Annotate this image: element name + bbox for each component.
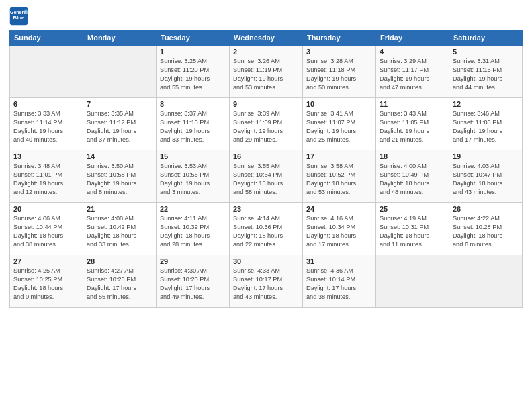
day-info: Sunrise: 3:55 AM Sunset: 10:54 PM Daylig… bbox=[233, 162, 299, 197]
day-info: Sunrise: 3:50 AM Sunset: 10:58 PM Daylig… bbox=[87, 162, 152, 197]
calendar-cell: 23Sunrise: 4:14 AM Sunset: 10:36 PM Dayl… bbox=[230, 203, 303, 255]
calendar-cell: 13Sunrise: 3:48 AM Sunset: 11:01 PM Dayl… bbox=[10, 150, 83, 203]
day-number: 1 bbox=[160, 48, 226, 56]
day-info: Sunrise: 4:30 AM Sunset: 10:20 PM Daylig… bbox=[160, 267, 226, 302]
day-number: 28 bbox=[87, 257, 152, 265]
logo-icon: General Blue bbox=[9, 7, 28, 26]
day-number: 30 bbox=[233, 257, 299, 265]
calendar-cell: 27Sunrise: 4:25 AM Sunset: 10:25 PM Dayl… bbox=[10, 255, 83, 308]
calendar-cell: 26Sunrise: 4:22 AM Sunset: 10:28 PM Dayl… bbox=[449, 203, 523, 255]
weekday-header: Saturday bbox=[449, 30, 523, 46]
calendar-week-row: 27Sunrise: 4:25 AM Sunset: 10:25 PM Dayl… bbox=[10, 255, 523, 308]
day-info: Sunrise: 4:16 AM Sunset: 10:34 PM Daylig… bbox=[306, 214, 372, 249]
day-number: 10 bbox=[306, 100, 372, 108]
calendar-week-row: 1Sunrise: 3:25 AM Sunset: 11:20 PM Dayli… bbox=[10, 46, 523, 98]
day-number: 18 bbox=[380, 152, 445, 161]
calendar-cell: 8Sunrise: 3:37 AM Sunset: 11:10 PM Dayli… bbox=[157, 98, 230, 150]
calendar-cell: 18Sunrise: 4:00 AM Sunset: 10:49 PM Dayl… bbox=[376, 150, 449, 203]
day-info: Sunrise: 4:25 AM Sunset: 10:25 PM Daylig… bbox=[13, 267, 79, 302]
calendar-cell: 5Sunrise: 3:31 AM Sunset: 11:15 PM Dayli… bbox=[449, 46, 523, 98]
weekday-header: Friday bbox=[376, 30, 449, 46]
calendar-cell bbox=[83, 46, 157, 98]
day-number: 7 bbox=[87, 100, 152, 108]
calendar-cell: 10Sunrise: 3:41 AM Sunset: 11:07 PM Dayl… bbox=[303, 98, 376, 150]
day-info: Sunrise: 4:08 AM Sunset: 10:42 PM Daylig… bbox=[87, 214, 152, 249]
weekday-header: Sunday bbox=[10, 30, 83, 46]
day-info: Sunrise: 3:31 AM Sunset: 11:15 PM Daylig… bbox=[453, 57, 519, 92]
day-number: 19 bbox=[453, 152, 519, 161]
day-number: 8 bbox=[160, 100, 226, 108]
day-info: Sunrise: 3:58 AM Sunset: 10:52 PM Daylig… bbox=[306, 162, 372, 197]
day-info: Sunrise: 3:26 AM Sunset: 11:19 PM Daylig… bbox=[233, 57, 299, 92]
day-number: 15 bbox=[160, 152, 226, 161]
calendar-cell: 22Sunrise: 4:11 AM Sunset: 10:39 PM Dayl… bbox=[157, 203, 230, 255]
calendar-cell: 17Sunrise: 3:58 AM Sunset: 10:52 PM Dayl… bbox=[303, 150, 376, 203]
calendar-cell: 7Sunrise: 3:35 AM Sunset: 11:12 PM Dayli… bbox=[83, 98, 157, 150]
day-info: Sunrise: 4:00 AM Sunset: 10:49 PM Daylig… bbox=[380, 162, 445, 197]
day-info: Sunrise: 4:06 AM Sunset: 10:44 PM Daylig… bbox=[13, 214, 79, 249]
day-number: 4 bbox=[380, 48, 445, 56]
svg-text:Blue: Blue bbox=[13, 15, 26, 21]
day-info: Sunrise: 3:28 AM Sunset: 11:18 PM Daylig… bbox=[306, 57, 372, 92]
day-info: Sunrise: 4:11 AM Sunset: 10:39 PM Daylig… bbox=[160, 214, 226, 249]
day-info: Sunrise: 4:19 AM Sunset: 10:31 PM Daylig… bbox=[380, 214, 445, 249]
day-info: Sunrise: 3:25 AM Sunset: 11:20 PM Daylig… bbox=[160, 57, 226, 92]
day-number: 26 bbox=[453, 205, 519, 213]
calendar-cell: 20Sunrise: 4:06 AM Sunset: 10:44 PM Dayl… bbox=[10, 203, 83, 255]
day-number: 24 bbox=[306, 205, 372, 213]
calendar-week-row: 20Sunrise: 4:06 AM Sunset: 10:44 PM Dayl… bbox=[10, 203, 523, 255]
day-number: 23 bbox=[233, 205, 299, 213]
page-header: General Blue bbox=[9, 7, 523, 26]
calendar-header-row: SundayMondayTuesdayWednesdayThursdayFrid… bbox=[10, 30, 523, 46]
day-info: Sunrise: 4:27 AM Sunset: 10:23 PM Daylig… bbox=[87, 267, 152, 302]
calendar-cell: 11Sunrise: 3:43 AM Sunset: 11:05 PM Dayl… bbox=[376, 98, 449, 150]
calendar-cell: 16Sunrise: 3:55 AM Sunset: 10:54 PM Dayl… bbox=[230, 150, 303, 203]
day-info: Sunrise: 3:29 AM Sunset: 11:17 PM Daylig… bbox=[380, 57, 445, 92]
calendar-cell: 29Sunrise: 4:30 AM Sunset: 10:20 PM Dayl… bbox=[157, 255, 230, 308]
day-number: 27 bbox=[13, 257, 79, 265]
day-info: Sunrise: 4:14 AM Sunset: 10:36 PM Daylig… bbox=[233, 214, 299, 249]
day-info: Sunrise: 4:33 AM Sunset: 10:17 PM Daylig… bbox=[233, 267, 299, 302]
calendar-cell bbox=[449, 255, 523, 308]
calendar-cell: 31Sunrise: 4:36 AM Sunset: 10:14 PM Dayl… bbox=[303, 255, 376, 308]
calendar-cell bbox=[376, 255, 449, 308]
weekday-header: Tuesday bbox=[157, 30, 230, 46]
day-info: Sunrise: 4:36 AM Sunset: 10:14 PM Daylig… bbox=[306, 267, 372, 302]
day-number: 9 bbox=[233, 100, 299, 108]
day-number: 20 bbox=[13, 205, 79, 213]
calendar-cell: 9Sunrise: 3:39 AM Sunset: 11:09 PM Dayli… bbox=[230, 98, 303, 150]
calendar-cell: 1Sunrise: 3:25 AM Sunset: 11:20 PM Dayli… bbox=[157, 46, 230, 98]
calendar-cell: 28Sunrise: 4:27 AM Sunset: 10:23 PM Dayl… bbox=[83, 255, 157, 308]
day-info: Sunrise: 3:33 AM Sunset: 11:14 PM Daylig… bbox=[13, 109, 79, 144]
day-info: Sunrise: 3:43 AM Sunset: 11:05 PM Daylig… bbox=[380, 109, 445, 144]
day-info: Sunrise: 3:35 AM Sunset: 11:12 PM Daylig… bbox=[87, 109, 152, 144]
day-info: Sunrise: 3:48 AM Sunset: 11:01 PM Daylig… bbox=[13, 162, 79, 197]
calendar-cell: 24Sunrise: 4:16 AM Sunset: 10:34 PM Dayl… bbox=[303, 203, 376, 255]
day-number: 17 bbox=[306, 152, 372, 161]
calendar-table: SundayMondayTuesdayWednesdayThursdayFrid… bbox=[9, 30, 523, 308]
calendar-week-row: 13Sunrise: 3:48 AM Sunset: 11:01 PM Dayl… bbox=[10, 150, 523, 203]
day-number: 11 bbox=[380, 100, 445, 108]
calendar-cell: 3Sunrise: 3:28 AM Sunset: 11:18 PM Dayli… bbox=[303, 46, 376, 98]
day-number: 21 bbox=[87, 205, 152, 213]
calendar-cell: 2Sunrise: 3:26 AM Sunset: 11:19 PM Dayli… bbox=[230, 46, 303, 98]
calendar-cell: 25Sunrise: 4:19 AM Sunset: 10:31 PM Dayl… bbox=[376, 203, 449, 255]
calendar-cell: 12Sunrise: 3:46 AM Sunset: 11:03 PM Dayl… bbox=[449, 98, 523, 150]
weekday-header: Thursday bbox=[303, 30, 376, 46]
calendar-cell: 14Sunrise: 3:50 AM Sunset: 10:58 PM Dayl… bbox=[83, 150, 157, 203]
calendar-cell: 6Sunrise: 3:33 AM Sunset: 11:14 PM Dayli… bbox=[10, 98, 83, 150]
day-info: Sunrise: 4:03 AM Sunset: 10:47 PM Daylig… bbox=[453, 162, 519, 197]
day-info: Sunrise: 3:39 AM Sunset: 11:09 PM Daylig… bbox=[233, 109, 299, 144]
day-info: Sunrise: 3:53 AM Sunset: 10:56 PM Daylig… bbox=[160, 162, 226, 197]
day-number: 22 bbox=[160, 205, 226, 213]
day-info: Sunrise: 3:37 AM Sunset: 11:10 PM Daylig… bbox=[160, 109, 226, 144]
day-number: 25 bbox=[380, 205, 445, 213]
day-info: Sunrise: 3:46 AM Sunset: 11:03 PM Daylig… bbox=[453, 109, 519, 144]
day-number: 12 bbox=[453, 100, 519, 108]
day-number: 13 bbox=[13, 152, 79, 161]
calendar-cell bbox=[10, 46, 83, 98]
day-number: 3 bbox=[306, 48, 372, 56]
weekday-header: Wednesday bbox=[230, 30, 303, 46]
day-number: 2 bbox=[233, 48, 299, 56]
logo: General Blue bbox=[9, 7, 31, 26]
